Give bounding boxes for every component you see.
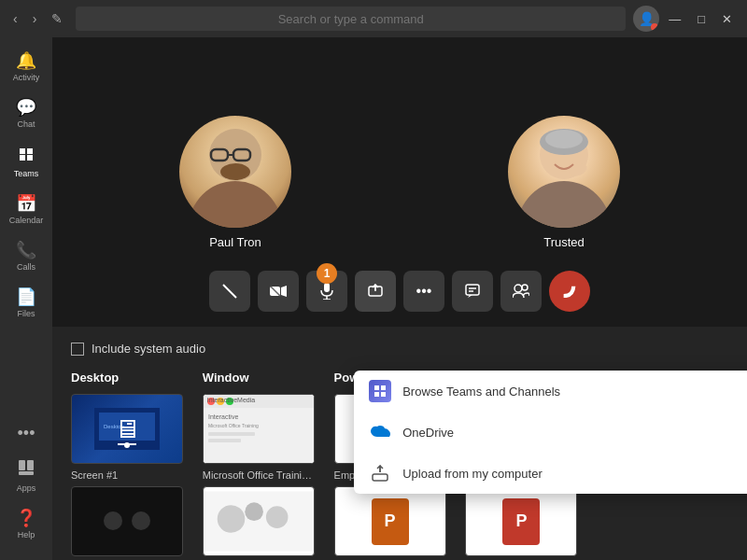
svg-rect-4 bbox=[19, 471, 34, 475]
svg-rect-23 bbox=[324, 283, 330, 292]
sidebar-item-chat[interactable]: 💬 Chat bbox=[3, 91, 49, 134]
dropdown-label-onedrive: OneDrive bbox=[402, 426, 454, 440]
svg-point-7 bbox=[189, 181, 282, 228]
sidebar-label-activity: Activity bbox=[13, 73, 40, 82]
svg-point-16 bbox=[545, 130, 583, 148]
category-whiteboard: Whiteboard 2 in Browse Teams and Channel… bbox=[597, 371, 728, 560]
participant-1: Paul Tron bbox=[179, 116, 291, 249]
share-categories: Desktop Desktop Screen #1 bbox=[71, 371, 728, 560]
participant-1-name: Paul Tron bbox=[209, 235, 261, 249]
svg-rect-48 bbox=[208, 432, 255, 436]
mute-button[interactable] bbox=[209, 271, 250, 312]
close-button[interactable]: ✕ bbox=[714, 10, 740, 28]
category-desktop: Desktop Desktop Screen #1 bbox=[71, 371, 203, 560]
svg-point-13 bbox=[517, 181, 611, 228]
more-options-button[interactable]: ••• bbox=[403, 271, 444, 312]
svg-point-51 bbox=[218, 505, 246, 533]
sidebar-label-teams: Teams bbox=[14, 169, 39, 178]
sidebar-item-calls[interactable]: 📞 Calls bbox=[3, 234, 49, 277]
dropdown-item-upload[interactable]: Upload from my computer bbox=[354, 453, 747, 494]
share-panel: Include system audio Desktop Desktop bbox=[52, 327, 747, 560]
svg-point-52 bbox=[245, 502, 263, 521]
chat-icon: 💬 bbox=[16, 97, 36, 118]
sidebar-item-teams[interactable]: Teams bbox=[3, 138, 49, 184]
end-call-button[interactable] bbox=[549, 271, 590, 312]
ppt-icon-2: P bbox=[372, 498, 409, 545]
sidebar-item-calendar[interactable]: 📅 Calendar bbox=[3, 188, 49, 231]
svg-rect-2 bbox=[20, 155, 25, 161]
sidebar-bottom: ••• Apps ❓ Help bbox=[3, 418, 49, 553]
maximize-button[interactable]: □ bbox=[690, 10, 712, 28]
files-icon: 📄 bbox=[16, 287, 36, 307]
svg-point-43 bbox=[207, 398, 215, 405]
sidebar-more-dots[interactable]: ••• bbox=[3, 418, 49, 449]
share-screen-button[interactable] bbox=[355, 271, 396, 312]
svg-marker-21 bbox=[281, 286, 287, 297]
svg-rect-55 bbox=[381, 385, 386, 390]
svg-point-31 bbox=[514, 285, 522, 292]
svg-rect-28 bbox=[466, 285, 479, 295]
forward-button[interactable]: › bbox=[27, 9, 43, 28]
svg-point-39 bbox=[104, 511, 122, 530]
avatar-participant-2 bbox=[508, 116, 620, 228]
include-audio-label: Include system audio bbox=[92, 342, 205, 356]
svg-rect-49 bbox=[208, 439, 241, 442]
svg-rect-1 bbox=[27, 148, 33, 154]
svg-rect-36 bbox=[118, 443, 136, 445]
include-audio-checkbox[interactable] bbox=[71, 343, 84, 356]
dropdown-item-teams[interactable]: Browse Teams and Channels bbox=[354, 371, 747, 412]
thumb-desktop[interactable]: Desktop bbox=[71, 394, 183, 464]
svg-text:Interactive: Interactive bbox=[208, 413, 238, 420]
title-bar: ‹ › ✎ 👤 — □ ✕ bbox=[0, 0, 747, 37]
video-button[interactable] bbox=[258, 271, 299, 312]
svg-rect-54 bbox=[374, 385, 379, 390]
svg-point-45 bbox=[226, 398, 233, 405]
sidebar-item-activity[interactable]: 🔔 Activity bbox=[3, 45, 49, 88]
thumb-window-2[interactable] bbox=[203, 486, 315, 556]
main-layout: 🔔 Activity 💬 Chat Teams 📅 Calendar 📞 Cal… bbox=[0, 37, 747, 560]
svg-rect-5 bbox=[19, 460, 25, 470]
svg-point-44 bbox=[217, 398, 224, 405]
calls-icon: 📞 bbox=[16, 240, 36, 260]
category-title-window: Window bbox=[203, 371, 334, 385]
dropdown-item-onedrive[interactable]: OneDrive bbox=[354, 412, 747, 453]
onedrive-icon bbox=[369, 421, 391, 443]
browse-ppt-icon-2: P bbox=[502, 498, 540, 545]
thumb-label-screen1: Screen #1 bbox=[71, 469, 183, 481]
sidebar-item-apps[interactable]: Apps bbox=[3, 453, 49, 498]
title-controls: 👤 — □ ✕ bbox=[633, 6, 740, 32]
user-avatar[interactable]: 👤 bbox=[633, 6, 659, 32]
search-input[interactable] bbox=[76, 7, 626, 31]
content-area: Paul Tron Tru bbox=[52, 37, 747, 560]
sidebar-label-chat: Chat bbox=[17, 119, 35, 129]
svg-point-32 bbox=[522, 285, 528, 290]
thumb-label-window: Microsoft Office Training ... bbox=[203, 469, 315, 481]
edit-button[interactable]: ✎ bbox=[46, 9, 68, 28]
svg-text:Microsoft Office Training: Microsoft Office Training bbox=[208, 423, 259, 428]
minimize-button[interactable]: — bbox=[661, 10, 688, 28]
sidebar-item-files[interactable]: 📄 Files bbox=[3, 281, 49, 324]
nav-buttons: ‹ › ✎ bbox=[7, 9, 68, 28]
dropdown-label-teams: Browse Teams and Channels bbox=[402, 385, 560, 399]
calendar-icon: 📅 bbox=[16, 193, 36, 214]
participants-button[interactable] bbox=[500, 271, 542, 312]
svg-rect-58 bbox=[373, 474, 388, 481]
back-button[interactable]: ‹ bbox=[7, 9, 23, 28]
avatar-participant-1 bbox=[179, 116, 291, 228]
svg-rect-57 bbox=[381, 392, 386, 397]
thumb-window[interactable]: Interactive Microsoft Office Training bbox=[203, 394, 315, 464]
apps-icon bbox=[17, 458, 35, 482]
more-dots-icon: ••• bbox=[416, 283, 432, 300]
svg-rect-0 bbox=[20, 148, 25, 154]
include-audio-row: Include system audio bbox=[71, 342, 728, 356]
sidebar-item-help[interactable]: ❓ Help bbox=[3, 502, 49, 545]
sidebar-label-files: Files bbox=[17, 309, 35, 318]
svg-point-53 bbox=[266, 506, 289, 528]
thumb-browse2[interactable]: P bbox=[465, 486, 577, 556]
category-window: Window Interactive Microsoft Office Trai… bbox=[203, 371, 334, 560]
thumb-ppt2[interactable]: P bbox=[334, 486, 446, 556]
chat-button[interactable] bbox=[452, 271, 493, 312]
thumb-desktop-2[interactable] bbox=[71, 486, 183, 556]
sidebar-label-help: Help bbox=[18, 530, 35, 539]
activity-icon: 🔔 bbox=[16, 50, 36, 71]
